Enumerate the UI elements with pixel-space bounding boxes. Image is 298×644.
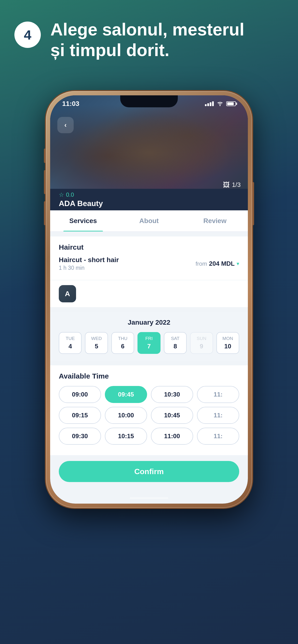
back-arrow-icon: ‹ bbox=[64, 121, 66, 129]
time-grid-row1: 09:00 09:45 10:30 11: bbox=[59, 386, 239, 403]
signal-icon bbox=[205, 101, 214, 106]
time-slot-1000[interactable]: 10:00 bbox=[105, 407, 147, 424]
notch bbox=[120, 95, 178, 107]
step-title: Alege salonul, mesterul și timpul dorit. bbox=[50, 19, 244, 60]
phone-screen: 11:03 ‹ bbox=[50, 95, 248, 504]
tab-review[interactable]: Review bbox=[182, 210, 248, 232]
calendar-section: January 2022 TUE 4 WED 5 THU 6 bbox=[50, 312, 248, 360]
home-indicator bbox=[130, 498, 168, 499]
image-counter: 🖼 1/3 bbox=[223, 181, 241, 189]
day-wed[interactable]: WED 5 bbox=[85, 332, 108, 354]
service-category: Haircut bbox=[59, 243, 239, 251]
volume-mute-button bbox=[44, 148, 46, 163]
time-grid-row2: 09:15 10:00 10:45 11: bbox=[59, 407, 239, 424]
day-mon[interactable]: MON 10 bbox=[216, 332, 239, 354]
status-time: 11:03 bbox=[62, 100, 79, 108]
star-icon: ☆ bbox=[59, 192, 64, 198]
salon-rating: ☆ 0.0 bbox=[59, 192, 103, 198]
day-fri[interactable]: FRI 7 bbox=[137, 332, 160, 354]
step-header: 4 Alege salonul, mesterul și timpul dori… bbox=[14, 19, 284, 60]
master-avatar[interactable]: A bbox=[59, 285, 76, 302]
content-area: Services About Review Haircut Haircut - … bbox=[50, 210, 248, 504]
calendar-days: TUE 4 WED 5 THU 6 FRI 7 bbox=[59, 332, 239, 354]
time-slot-1045[interactable]: 10:45 bbox=[151, 407, 193, 424]
time-slot-0900[interactable]: 09:00 bbox=[59, 386, 101, 403]
service-section: Haircut Haircut - short hair 1 h 30 min … bbox=[50, 236, 248, 280]
tabs: Services About Review bbox=[50, 210, 248, 232]
day-thu[interactable]: THU 6 bbox=[111, 332, 134, 354]
service-item[interactable]: Haircut - short hair 1 h 30 min from 204… bbox=[59, 256, 239, 271]
status-icons bbox=[205, 101, 236, 106]
calendar-month: January 2022 bbox=[59, 319, 239, 326]
time-slot-1015[interactable]: 10:15 bbox=[105, 428, 147, 445]
day-sat[interactable]: SAT 8 bbox=[164, 332, 187, 354]
salon-info: ☆ 0.0 ADA Beauty bbox=[50, 189, 248, 210]
time-slot-overflow3[interactable]: 11: bbox=[197, 428, 239, 445]
confirm-button[interactable]: Confirm bbox=[59, 461, 239, 482]
service-price: from 204 MDL ▾ bbox=[196, 260, 239, 268]
time-slot-1030[interactable]: 10:30 bbox=[151, 386, 193, 403]
available-time-title: Available Time bbox=[59, 372, 239, 380]
time-slot-overflow2[interactable]: 11: bbox=[197, 407, 239, 424]
tab-about[interactable]: About bbox=[116, 210, 182, 232]
step-number: 4 bbox=[14, 22, 41, 48]
back-button[interactable]: ‹ bbox=[57, 117, 74, 133]
time-slot-0945[interactable]: 09:45 bbox=[105, 386, 147, 403]
service-name: Haircut - short hair bbox=[59, 256, 196, 264]
volume-up-button bbox=[44, 170, 46, 194]
time-slot-1100[interactable]: 11:00 bbox=[151, 428, 193, 445]
tab-services[interactable]: Services bbox=[50, 210, 116, 232]
counter-text: 1/3 bbox=[232, 181, 241, 188]
time-slot-overflow1[interactable]: 11: bbox=[197, 386, 239, 403]
day-sun: SUN 9 bbox=[190, 332, 213, 354]
day-tue[interactable]: TUE 4 bbox=[59, 332, 82, 354]
chevron-down-icon: ▾ bbox=[237, 261, 239, 267]
volume-down-button bbox=[44, 201, 46, 225]
phone: 11:03 ‹ bbox=[46, 91, 252, 508]
battery-icon bbox=[226, 101, 236, 106]
time-slot-0915[interactable]: 09:15 bbox=[59, 407, 101, 424]
salon-name: ADA Beauty bbox=[59, 199, 103, 208]
gallery-icon: 🖼 bbox=[223, 181, 230, 189]
time-section: Available Time 09:00 09:45 10:30 11: 09:… bbox=[50, 365, 248, 455]
time-grid-row3: 09:30 10:15 11:00 11: bbox=[59, 428, 239, 445]
wifi-icon bbox=[217, 101, 223, 106]
service-duration: 1 h 30 min bbox=[59, 265, 196, 271]
time-slot-0930[interactable]: 09:30 bbox=[59, 428, 101, 445]
power-button bbox=[252, 182, 254, 225]
master-row: A bbox=[50, 280, 248, 307]
